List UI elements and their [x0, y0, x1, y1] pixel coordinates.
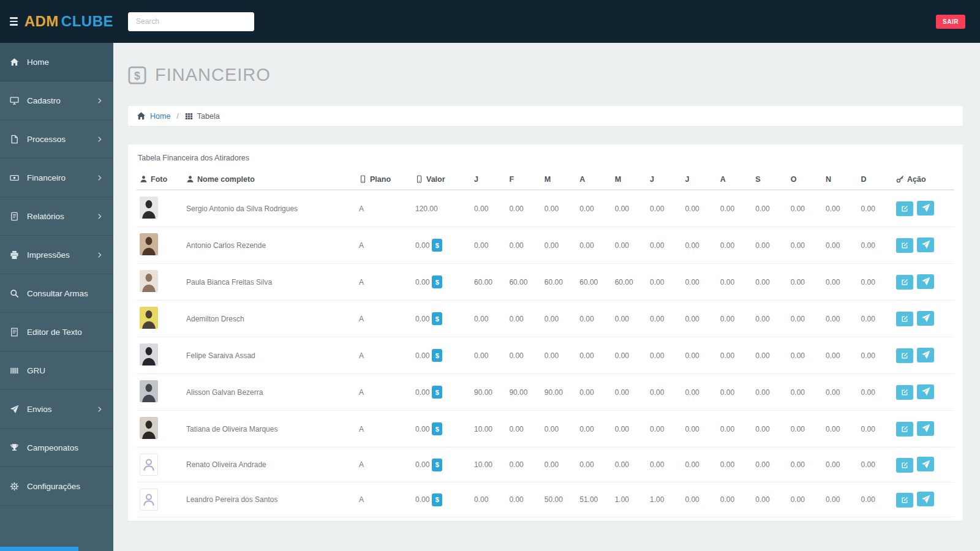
finance-table: FotoNome completoPlanoValorJFMAMJJASONDA…	[137, 170, 954, 517]
sidebar-item-label: Impressões	[27, 250, 70, 260]
sidebar-item-label: Consultar Armas	[27, 289, 88, 298]
app-logo: ADMCLUBE	[24, 13, 113, 30]
dollar-badge[interactable]: $	[432, 422, 442, 435]
column-header-j: J	[471, 170, 506, 190]
shooter-name: Sergio Antonio da Silva Rodrigues	[186, 204, 298, 213]
month-value: 90.00	[545, 388, 563, 397]
sidebar-item-campeonatos[interactable]: Campeonatos	[0, 429, 113, 467]
month-value: 0.00	[579, 425, 594, 433]
column-header-a: A	[576, 170, 611, 190]
edit-button[interactable]	[896, 458, 913, 473]
logout-button[interactable]: SAIR	[936, 15, 965, 29]
edit-button[interactable]	[896, 312, 913, 326]
month-value: 0.00	[509, 351, 523, 360]
sidebar-item-label: GRU	[27, 366, 45, 375]
sidebar-item-consultar-armas[interactable]: Consultar Armas	[0, 274, 113, 313]
edit-button[interactable]	[896, 422, 913, 437]
sidebar-item-configuracoes[interactable]: Configurações	[0, 467, 113, 506]
chevron-right-icon	[94, 136, 104, 143]
sidebar-item-relatorios[interactable]: Relatórios	[0, 197, 113, 236]
book-icon	[9, 212, 19, 221]
send-button[interactable]	[917, 201, 934, 216]
send-button[interactable]	[917, 457, 934, 471]
sidebar-item-label: Processos	[27, 135, 66, 144]
sidebar-bottom-accent	[0, 547, 78, 551]
sidebar-item-financeiro[interactable]: Financeiro	[0, 159, 113, 197]
column-header-j: J	[682, 170, 717, 190]
edit-button[interactable]	[896, 238, 913, 253]
column-label: F	[509, 175, 514, 184]
dollar-badge[interactable]: $	[432, 239, 442, 252]
sidebar-item-label: Campeonatos	[27, 443, 78, 452]
month-value: 0.00	[509, 204, 523, 213]
send-button[interactable]	[917, 492, 934, 506]
month-value: 0.00	[509, 315, 523, 323]
send-button[interactable]	[917, 348, 934, 362]
table-row: Sergio Antonio da Silva RodriguesA120.00…	[137, 190, 954, 227]
column-label: D	[861, 175, 866, 184]
month-value: 0.00	[791, 425, 805, 433]
month-value: 0.00	[685, 278, 699, 287]
valor-value: 0.00	[415, 388, 429, 397]
main-content: $ FINANCEIRO Home / Tabela Tabela Financ…	[113, 43, 980, 551]
shooter-photo	[140, 307, 158, 329]
dollar-badge[interactable]: $	[432, 312, 442, 325]
sidebar-item-impressoes[interactable]: Impressões	[0, 236, 113, 274]
month-value: 0.00	[826, 315, 840, 323]
sidebar-item-cadastro[interactable]: Cadastro	[0, 81, 113, 120]
month-value: 0.00	[685, 495, 699, 504]
month-value: 0.00	[826, 241, 840, 250]
month-value: 0.00	[755, 388, 769, 397]
dollar-badge[interactable]: $	[432, 386, 442, 399]
month-value: 0.00	[615, 241, 629, 250]
dollar-badge[interactable]: $	[432, 493, 442, 506]
month-value: 60.00	[509, 278, 527, 287]
month-value: 0.00	[755, 425, 769, 433]
month-value: 0.00	[720, 425, 734, 433]
month-value: 0.00	[615, 388, 629, 397]
month-value: 0.00	[545, 204, 559, 213]
edit-button[interactable]	[896, 201, 913, 216]
month-value: 1.00	[650, 495, 664, 504]
sidebar-item-home[interactable]: Home	[0, 43, 113, 81]
trophy-icon	[9, 443, 19, 452]
shooter-name: Alisson Galvan Bezerra	[186, 388, 263, 397]
sidebar-item-editor-de-texto[interactable]: Editor de Texto	[0, 313, 113, 351]
month-value: 0.00	[615, 425, 629, 433]
month-value: 0.00	[579, 351, 594, 360]
month-value: 0.00	[720, 388, 734, 397]
send-button[interactable]	[917, 274, 934, 289]
month-value: 0.00	[861, 495, 875, 504]
dollar-badge[interactable]: $	[432, 349, 442, 362]
send-button[interactable]	[917, 384, 934, 399]
month-value: 0.00	[509, 425, 523, 433]
send-button[interactable]	[917, 238, 934, 252]
top-navbar: ADMCLUBE SAIR	[0, 0, 980, 43]
month-value: 0.00	[826, 425, 840, 433]
month-value: 0.00	[685, 425, 699, 433]
edit-button[interactable]	[896, 493, 913, 508]
edit-button[interactable]	[896, 385, 913, 400]
month-value: 0.00	[791, 204, 805, 213]
month-value: 0.00	[650, 315, 664, 323]
shooter-name: Leandro Pereira dos Santos	[186, 495, 277, 504]
month-value: 0.00	[685, 204, 699, 213]
column-header-s: S	[752, 170, 787, 190]
search-input[interactable]	[128, 12, 254, 31]
month-value: 10.00	[474, 460, 492, 469]
edit-button[interactable]	[896, 348, 913, 363]
dollar-badge[interactable]: $	[432, 459, 442, 471]
dollar-badge[interactable]: $	[432, 276, 442, 288]
month-value: 0.00	[545, 315, 559, 323]
menu-toggle-icon[interactable]	[10, 17, 18, 26]
breadcrumb-home-link[interactable]: Home	[150, 112, 170, 121]
brand-clube: CLUBE	[61, 13, 113, 29]
sidebar-item-gru[interactable]: GRU	[0, 351, 113, 390]
send-button[interactable]	[917, 311, 934, 326]
month-value: 0.00	[755, 315, 769, 323]
edit-button[interactable]	[896, 275, 913, 290]
send-button[interactable]	[917, 421, 934, 436]
sidebar-item-processos[interactable]: Processos	[0, 120, 113, 159]
sidebar-item-envios[interactable]: Envios	[0, 390, 113, 429]
sidebar: HomeCadastroProcessosFinanceiroRelatório…	[0, 43, 113, 551]
